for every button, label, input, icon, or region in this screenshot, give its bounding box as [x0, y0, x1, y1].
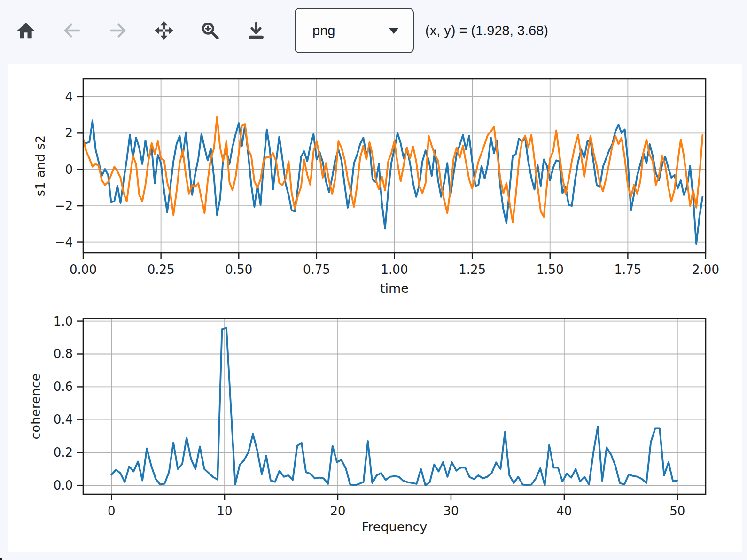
svg-text:4: 4 — [65, 90, 73, 104]
arrow-right-icon — [109, 21, 127, 40]
ylabel: s1 and s2 — [33, 135, 47, 196]
grid — [83, 79, 706, 253]
chevron-down-icon — [389, 28, 399, 34]
svg-text:0.50: 0.50 — [225, 263, 252, 277]
zoom-button[interactable] — [200, 20, 220, 41]
figure-svg: 0.000.250.500.751.001.251.501.752.00420−… — [8, 64, 742, 552]
home-button[interactable] — [16, 20, 36, 41]
svg-text:30: 30 — [443, 504, 459, 518]
pan-arrows-icon — [154, 21, 174, 40]
svg-text:1.0: 1.0 — [54, 314, 73, 328]
svg-text:2.00: 2.00 — [692, 263, 719, 277]
svg-text:0.0: 0.0 — [54, 478, 73, 492]
axes-2: 010203040500.00.20.40.60.81.0Frequencyco… — [28, 314, 706, 534]
download-icon — [247, 21, 265, 40]
pan-button[interactable] — [154, 20, 174, 41]
svg-text:−2: −2 — [55, 199, 73, 213]
svg-text:40: 40 — [556, 504, 572, 518]
svg-text:0.25: 0.25 — [148, 263, 175, 277]
arrow-left-icon — [62, 21, 81, 40]
svg-text:10: 10 — [217, 504, 233, 518]
forward-button[interactable] — [108, 20, 128, 41]
series-s1 — [83, 120, 702, 244]
svg-text:0.75: 0.75 — [303, 263, 330, 277]
matplotlib-toolbar: png (x, y) = (1.928, 3.68) — [0, 0, 747, 61]
svg-text:0.4: 0.4 — [54, 412, 73, 427]
back-button[interactable] — [62, 20, 82, 41]
app-window: png (x, y) = (1.928, 3.68) 0.000.250.500… — [0, 0, 747, 560]
xlabel: Frequency — [362, 520, 428, 534]
svg-text:0: 0 — [108, 504, 116, 518]
ylabel: coherence — [28, 373, 43, 440]
series-coherence — [111, 328, 677, 485]
svg-text:0: 0 — [65, 163, 73, 177]
format-select[interactable]: png — [295, 8, 414, 53]
svg-text:0.8: 0.8 — [54, 347, 73, 361]
tick-labels: 010203040500.00.20.40.60.81.0 — [54, 314, 685, 518]
svg-text:1.50: 1.50 — [537, 263, 564, 277]
figure-canvas[interactable]: 0.000.250.500.751.001.251.501.752.00420−… — [8, 64, 742, 552]
cursor-position-readout: (x, y) = (1.928, 3.68) — [425, 23, 548, 39]
svg-text:50: 50 — [669, 504, 685, 518]
download-button[interactable] — [246, 20, 266, 41]
corner-artifact-dot — [0, 558, 2, 560]
svg-text:0.00: 0.00 — [70, 263, 97, 277]
format-select-value: png — [312, 23, 335, 39]
ticks — [77, 321, 677, 500]
svg-text:1.75: 1.75 — [614, 263, 641, 277]
svg-text:20: 20 — [330, 504, 345, 518]
svg-text:−4: −4 — [55, 235, 73, 249]
home-icon — [16, 21, 35, 40]
grid — [83, 319, 706, 494]
svg-text:0.6: 0.6 — [54, 380, 73, 394]
spines — [83, 319, 706, 494]
svg-text:1.25: 1.25 — [459, 263, 486, 277]
svg-text:1.00: 1.00 — [381, 263, 408, 277]
svg-text:2: 2 — [65, 126, 73, 140]
axes-1: 0.000.250.500.751.001.251.501.752.00420−… — [33, 79, 719, 296]
zoom-in-magnifier-icon — [201, 21, 219, 40]
xlabel: time — [380, 281, 409, 296]
svg-text:0.2: 0.2 — [54, 445, 73, 459]
